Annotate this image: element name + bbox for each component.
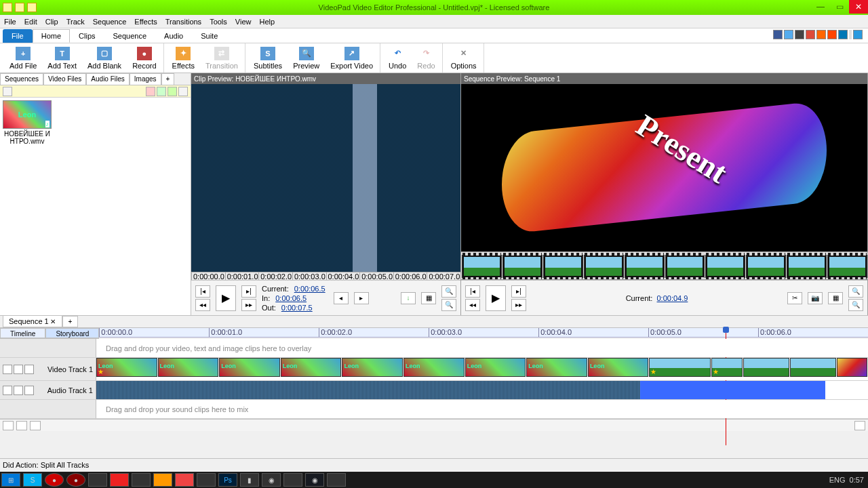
video-clip[interactable]: Leon — [465, 358, 526, 377]
taskbar-app-icon[interactable]: ● — [66, 473, 85, 487]
folder-up-icon[interactable] — [3, 87, 12, 96]
audio-clip[interactable] — [640, 381, 729, 399]
preview-button[interactable]: 🔍Preview — [290, 45, 322, 71]
storyboard-view-tab[interactable]: Storyboard — [45, 328, 99, 338]
seq-current-time[interactable]: 0:00:04.9 — [657, 294, 688, 302]
place-clip-button[interactable]: ↓ — [401, 292, 416, 304]
reddit-icon[interactable] — [827, 30, 837, 39]
overlay-track[interactable]: Drag and drop your video, text and image… — [96, 339, 868, 357]
zoom-in-icon[interactable]: 🔍 — [441, 285, 456, 298]
track-lock-icon[interactable] — [14, 365, 23, 374]
filmstrip-frame[interactable] — [827, 255, 867, 278]
filmstrip-frame[interactable] — [746, 255, 786, 278]
insert-icon[interactable] — [167, 87, 177, 96]
video-clip[interactable]: Leon — [342, 358, 403, 377]
goto-end-button[interactable]: ▸▸ — [241, 299, 256, 311]
media-tab-images[interactable]: Images — [130, 73, 161, 85]
export-video-button[interactable]: ↗Export Video — [328, 45, 376, 71]
taskbar-app-icon[interactable] — [197, 473, 216, 487]
taskbar-chrome-icon[interactable]: ◉ — [262, 473, 281, 487]
taskbar-app-icon[interactable] — [175, 473, 194, 487]
video-clip[interactable]: ★ — [711, 358, 742, 377]
sequence-viewer[interactable]: Present — [461, 84, 867, 251]
add-media-icon[interactable] — [157, 87, 166, 96]
track-fx-icon[interactable] — [24, 365, 34, 374]
clip-current-time[interactable]: 0:00:06.5 — [294, 285, 326, 293]
add-text-button[interactable]: TAdd Text — [45, 45, 79, 71]
menu-transitions[interactable]: Transitions — [165, 18, 201, 26]
media-tab-add[interactable]: + — [161, 73, 175, 85]
clip-out-time[interactable]: 0:00:07.5 — [281, 304, 313, 312]
ribbon-tab-sequence[interactable]: Sequence — [104, 29, 156, 43]
redo-button[interactable]: ↷Redo — [414, 45, 437, 71]
taskbar-skype-icon[interactable]: S — [23, 473, 42, 487]
timeline-view-tab[interactable]: Timeline — [0, 328, 45, 338]
seq-next-frame-button[interactable]: ▸| — [511, 285, 526, 298]
menu-clip[interactable]: Clip — [45, 18, 58, 26]
seq-zoom-in-icon[interactable]: 🔍 — [848, 285, 863, 298]
taskbar-time[interactable]: 0:57 — [850, 476, 864, 484]
transition-button[interactable]: ⇄Transition — [203, 45, 241, 71]
record-button[interactable]: ●Record — [130, 45, 159, 71]
help-icon[interactable] — [853, 30, 863, 39]
video-clip[interactable] — [743, 358, 789, 377]
options-button[interactable]: ✕Options — [448, 45, 479, 71]
taskbar-app-icon[interactable] — [110, 473, 129, 487]
filmstrip-frame[interactable] — [543, 255, 583, 278]
audio-clip[interactable] — [96, 381, 640, 399]
seq-goto-start-button[interactable]: ◂◂ — [465, 299, 480, 311]
taskbar-cmd-icon[interactable]: ▮ — [240, 473, 259, 487]
blogger-icon[interactable] — [816, 30, 826, 39]
ribbon-tab-home[interactable]: Home — [33, 29, 70, 43]
audio-clip[interactable] — [729, 381, 825, 399]
media-tab-video-files[interactable]: Video Files — [43, 73, 86, 85]
effects-button[interactable]: ✦Effects — [170, 45, 197, 71]
seq-play-button[interactable]: ▶ — [486, 285, 506, 311]
timeline-ruler[interactable]: 0:00:00.00:00:01.00:00:02.00:00:03.00:00… — [99, 328, 868, 338]
media-bin[interactable]: Leon НОВЕЙШЕЕ ИНТРО.wmv — [0, 98, 191, 315]
video-clip[interactable]: Leon — [526, 358, 587, 377]
track-mute-icon[interactable] — [3, 386, 12, 395]
taskbar-app-icon[interactable] — [88, 473, 107, 487]
list-view-icon[interactable] — [178, 87, 188, 96]
video-clip[interactable]: Leon — [281, 358, 342, 377]
video-clip[interactable]: ★ — [649, 358, 711, 377]
qa-open-icon[interactable] — [15, 3, 24, 12]
snapshot-button[interactable]: 📷 — [808, 292, 823, 304]
taskbar-app-icon[interactable] — [153, 473, 172, 487]
linkedin-icon[interactable] — [838, 30, 848, 39]
ribbon-tab-clips[interactable]: Clips — [70, 29, 104, 43]
media-tab-audio-files[interactable]: Audio Files — [86, 73, 129, 85]
subtitles-button[interactable]: SSubtitles — [251, 45, 285, 71]
menu-tools[interactable]: Tools — [210, 18, 227, 26]
twitter-icon[interactable] — [784, 30, 793, 39]
taskbar-ps-icon[interactable]: Ps — [218, 473, 237, 487]
video-clip[interactable]: ★Leon — [96, 358, 157, 377]
seq-zoom-out-icon[interactable]: 🔍 — [848, 299, 863, 311]
video-clip[interactable]: Leon — [403, 358, 465, 377]
menu-effects[interactable]: Effects — [134, 18, 157, 26]
next-frame-button[interactable]: ▸| — [241, 285, 256, 298]
split-button[interactable]: ✂ — [787, 292, 802, 304]
menu-sequence[interactable]: Sequence — [93, 18, 127, 26]
zoom-fit-button[interactable] — [30, 421, 41, 430]
zoom-slider-icon[interactable] — [854, 421, 865, 430]
video-clip[interactable]: Leon — [158, 358, 219, 377]
picasa-icon[interactable] — [795, 30, 804, 39]
taskbar-app-icon[interactable] — [327, 473, 346, 487]
ribbon-tab-file[interactable]: File — [3, 29, 33, 43]
qa-new-icon[interactable] — [3, 3, 12, 12]
start-button[interactable]: ⊞ — [1, 473, 20, 487]
filmstrip-frame[interactable] — [787, 255, 827, 278]
track-solo-icon[interactable] — [14, 386, 23, 395]
seq-goto-end-button[interactable]: ▸▸ — [511, 299, 526, 311]
maximize-button[interactable]: ▭ — [830, 0, 849, 14]
media-item[interactable]: Leon НОВЕЙШЕЕ ИНТРО.wmv — [3, 100, 52, 145]
clip-options-button[interactable]: ▦ — [421, 292, 436, 304]
track-fx-icon[interactable] — [24, 386, 34, 395]
add-file-button[interactable]: +Add File — [7, 45, 39, 71]
minimize-button[interactable]: — — [811, 0, 830, 14]
ribbon-tab-suite[interactable]: Suite — [192, 29, 226, 43]
taskbar-app-icon[interactable] — [132, 473, 151, 487]
qa-save-icon[interactable] — [27, 3, 37, 12]
